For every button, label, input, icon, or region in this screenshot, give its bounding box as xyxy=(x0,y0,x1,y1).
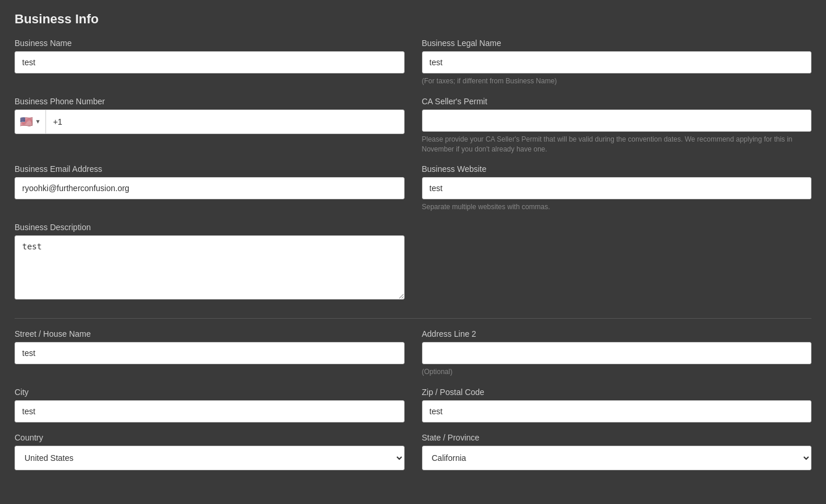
business-legal-name-hint: (For taxes; if different from Business N… xyxy=(422,76,812,86)
address-line2-group: Address Line 2 (Optional) xyxy=(422,329,812,377)
ca-sellers-permit-group: CA Seller's Permit Please provide your C… xyxy=(422,97,812,154)
business-website-label: Business Website xyxy=(422,164,812,174)
country-select[interactable]: United States Canada United Kingdom Aust… xyxy=(15,446,405,470)
flag-icon: 🇺🇸 xyxy=(20,117,33,127)
address-line2-label: Address Line 2 xyxy=(422,329,812,339)
business-name-label: Business Name xyxy=(15,38,405,48)
street-label: Street / House Name xyxy=(15,329,405,339)
phone-flag-button[interactable]: 🇺🇸 ▼ xyxy=(15,110,46,133)
business-email-label: Business Email Address xyxy=(15,164,405,174)
ca-sellers-permit-label: CA Seller's Permit xyxy=(422,97,812,106)
business-phone-label: Business Phone Number xyxy=(15,97,405,106)
business-name-input[interactable] xyxy=(15,51,405,73)
business-phone-group: Business Phone Number 🇺🇸 ▼ xyxy=(15,97,405,154)
ca-sellers-permit-hint: Please provide your CA Seller's Permit t… xyxy=(422,135,812,154)
business-legal-name-label: Business Legal Name xyxy=(422,38,812,48)
phone-chevron-icon: ▼ xyxy=(35,118,41,125)
section-divider xyxy=(15,318,811,319)
business-name-group: Business Name xyxy=(15,38,405,86)
business-description-group: Business Description test xyxy=(15,223,405,302)
zip-label: Zip / Postal Code xyxy=(422,387,812,397)
business-email-group: Business Email Address xyxy=(15,164,405,212)
page-title: Business Info xyxy=(15,12,811,27)
ca-sellers-permit-input[interactable] xyxy=(422,110,812,132)
business-legal-name-group: Business Legal Name (For taxes; if diffe… xyxy=(422,38,812,86)
business-website-hint: Separate multiple websites with commas. xyxy=(422,202,812,212)
phone-wrapper: 🇺🇸 ▼ xyxy=(15,110,405,134)
country-label: Country xyxy=(15,433,405,442)
street-group: Street / House Name xyxy=(15,329,405,377)
business-website-group: Business Website Separate multiple websi… xyxy=(422,164,812,212)
zip-input[interactable] xyxy=(422,400,812,422)
business-email-input[interactable] xyxy=(15,177,405,199)
state-select[interactable]: California Texas New York Florida Washin… xyxy=(422,446,812,470)
phone-input[interactable] xyxy=(46,111,404,132)
country-group: Country United States Canada United King… xyxy=(15,433,405,470)
street-input[interactable] xyxy=(15,342,405,364)
business-description-label: Business Description xyxy=(15,223,405,232)
state-label: State / Province xyxy=(422,433,812,442)
city-input[interactable] xyxy=(15,400,405,422)
business-legal-name-input[interactable] xyxy=(422,51,812,73)
zip-group: Zip / Postal Code xyxy=(422,387,812,422)
state-group: State / Province California Texas New Yo… xyxy=(422,433,812,470)
business-website-input[interactable] xyxy=(422,177,812,199)
business-description-input[interactable]: test xyxy=(15,235,405,299)
address-line2-hint: (Optional) xyxy=(422,367,812,377)
address-line2-input[interactable] xyxy=(422,342,812,364)
city-label: City xyxy=(15,387,405,397)
city-group: City xyxy=(15,387,405,422)
